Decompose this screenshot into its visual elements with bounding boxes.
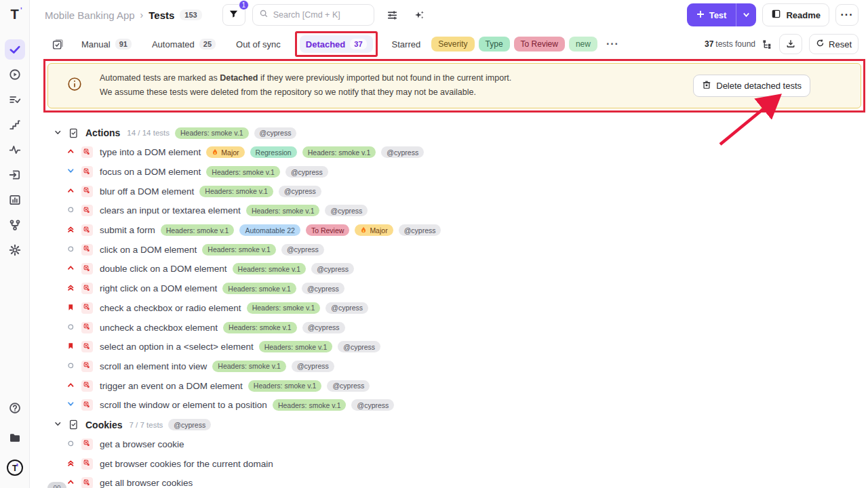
sidebar-item-profile-logo[interactable]: T: [5, 458, 25, 478]
badge-gray[interactable]: @cypress: [302, 322, 345, 333]
ai-sparkles-button[interactable]: [411, 6, 429, 24]
priority-normal-icon[interactable]: [66, 362, 76, 371]
delete-detached-tests-button[interactable]: Delete detached tests: [693, 75, 810, 97]
badge-green[interactable]: Headers: smoke v.1: [247, 302, 321, 314]
tree-view-icon[interactable]: [762, 39, 772, 49]
sidebar-item-tests-nav[interactable]: [5, 39, 25, 60]
filter-chip-to-review[interactable]: To Review: [514, 37, 565, 52]
badge-green[interactable]: Headers: smoke v.1: [212, 361, 286, 372]
suite-name[interactable]: Actions: [85, 127, 120, 138]
badge-gray[interactable]: @cypress: [338, 341, 380, 352]
priority-high-icon[interactable]: [66, 187, 76, 196]
test-title[interactable]: focus on a DOM element: [100, 167, 201, 177]
chevron-down-icon[interactable]: [54, 420, 63, 429]
bottom-counter-pill[interactable]: 00: [47, 482, 66, 488]
badge-green[interactable]: Headers: smoke v.1: [206, 166, 280, 178]
priority-bookmark-icon[interactable]: [66, 304, 76, 312]
test-title[interactable]: get all browser cookies: [100, 478, 193, 488]
test-title[interactable]: click on a DOM element: [100, 245, 197, 255]
filter-chip-type[interactable]: Type: [479, 37, 510, 52]
search-box[interactable]: [252, 4, 374, 26]
priority-critical-icon[interactable]: [66, 460, 76, 468]
sidebar-item-import-nav[interactable]: [5, 165, 25, 185]
badge-gray[interactable]: @cypress: [327, 380, 370, 392]
sidebar-item-activity-nav[interactable]: [5, 140, 25, 160]
test-title[interactable]: type into a DOM element: [100, 147, 201, 157]
add-test-button[interactable]: Test: [687, 3, 737, 26]
breadcrumb-page[interactable]: Tests: [149, 9, 174, 21]
toolbar-more-button[interactable]: ···: [606, 38, 619, 50]
badge-gray[interactable]: @cypress: [351, 399, 394, 411]
test-title[interactable]: scroll the window or element to a positi…: [100, 400, 267, 410]
badge-blue[interactable]: Automatable 22: [239, 224, 300, 236]
sidebar-item-help-button[interactable]: [5, 398, 25, 418]
tab-detached[interactable]: Detached37: [300, 35, 373, 53]
priority-low-icon[interactable]: [66, 167, 76, 176]
header-more-button[interactable]: ···: [835, 4, 859, 26]
badge-green[interactable]: Headers: smoke v.1: [202, 244, 276, 256]
badge-green[interactable]: Headers: smoke v.1: [273, 399, 347, 411]
readme-button[interactable]: Readme: [762, 3, 829, 26]
badge-gray[interactable]: @cypress: [168, 419, 211, 430]
sidebar-item-milestones-nav[interactable]: [5, 115, 25, 135]
test-title[interactable]: trigger an event on a DOM element: [100, 381, 243, 391]
priority-high-icon[interactable]: [66, 148, 76, 157]
priority-critical-icon[interactable]: [66, 226, 76, 235]
filter-button[interactable]: 1: [222, 4, 245, 26]
sidebar-item-settings-nav[interactable]: [5, 240, 25, 260]
tab-out-of-sync[interactable]: Out of sync: [230, 36, 287, 53]
badge-green[interactable]: Headers: smoke v.1: [259, 341, 333, 352]
badge-gray[interactable]: @cypress: [326, 302, 368, 314]
priority-high-icon[interactable]: [66, 382, 76, 390]
breadcrumb-project[interactable]: Mobile Banking App: [45, 9, 135, 21]
app-logo[interactable]: T': [10, 7, 18, 22]
test-title[interactable]: uncheck a checkbox element: [100, 323, 218, 333]
select-all-icon[interactable]: [52, 39, 63, 50]
badge-teal[interactable]: Regression: [250, 146, 297, 158]
sidebar-item-branches-nav[interactable]: [5, 215, 25, 235]
badge-gray[interactable]: @cypress: [311, 263, 354, 274]
badge-green[interactable]: Headers: smoke v.1: [248, 380, 322, 392]
badge-gray[interactable]: @cypress: [325, 205, 368, 216]
download-button[interactable]: [779, 34, 802, 54]
badge-yellow[interactable]: Major: [355, 224, 393, 236]
badge-green[interactable]: Headers: smoke v.1: [161, 224, 235, 236]
badge-gray[interactable]: @cypress: [279, 186, 321, 197]
priority-bookmark-icon[interactable]: [66, 342, 76, 351]
priority-high-icon[interactable]: [66, 479, 76, 487]
test-title[interactable]: scroll an element into view: [100, 361, 207, 371]
tab-automated[interactable]: Automated25: [146, 35, 222, 53]
badge-gray[interactable]: @cypress: [285, 166, 328, 178]
priority-normal-icon[interactable]: [66, 245, 76, 254]
add-test-dropdown-button[interactable]: [736, 3, 756, 26]
test-title[interactable]: blur off a DOM element: [100, 186, 194, 197]
view-settings-button[interactable]: [384, 6, 401, 24]
badge-gray[interactable]: @cypress: [302, 283, 344, 294]
sidebar-item-projects-button[interactable]: [5, 428, 25, 448]
test-title[interactable]: double click on a DOM element: [100, 264, 227, 274]
badge-gray[interactable]: @cypress: [399, 224, 441, 236]
badge-green[interactable]: Headers: smoke v.1: [302, 146, 376, 158]
test-title[interactable]: select an option in a <select> element: [100, 342, 254, 352]
priority-normal-icon[interactable]: [66, 440, 76, 449]
test-title[interactable]: get browser cookies for the current doma…: [100, 459, 273, 469]
test-title[interactable]: right click on a DOM element: [100, 283, 217, 293]
badge-gray[interactable]: @cypress: [381, 146, 424, 158]
badge-green[interactable]: Headers: smoke v.1: [233, 263, 307, 274]
badge-gray[interactable]: @cypress: [292, 361, 334, 372]
test-title[interactable]: check a checkbox or radio element: [100, 303, 241, 313]
priority-normal-icon[interactable]: [66, 206, 76, 215]
test-title[interactable]: submit a form: [100, 225, 155, 235]
sidebar-item-runs-nav[interactable]: [5, 64, 25, 85]
sidebar-item-plans-nav[interactable]: [5, 89, 25, 110]
search-input[interactable]: [273, 10, 368, 20]
badge-green[interactable]: Headers: smoke v.1: [223, 322, 297, 333]
suite-name[interactable]: Cookies: [85, 420, 122, 430]
reset-button[interactable]: Reset: [809, 34, 859, 54]
badge-gray[interactable]: @cypress: [281, 244, 324, 256]
badge-green[interactable]: Headers: smoke v.1: [199, 186, 273, 197]
test-title[interactable]: get a browser cookie: [100, 439, 184, 449]
badge-green[interactable]: Headers: smoke v.1: [222, 283, 296, 294]
tab-starred[interactable]: Starred: [386, 36, 427, 53]
priority-low-icon[interactable]: [66, 401, 76, 409]
